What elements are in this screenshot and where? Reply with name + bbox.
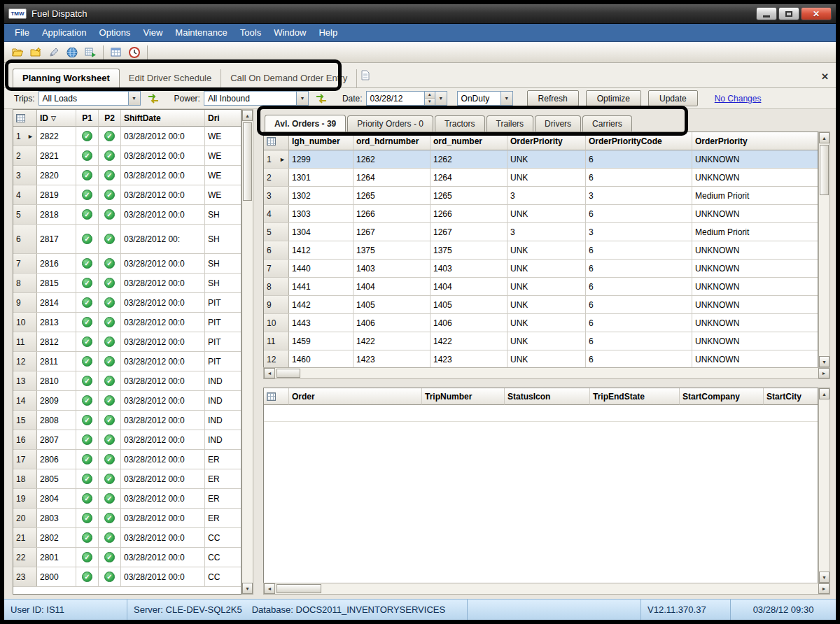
menu-item-application[interactable]: Application: [36, 24, 93, 42]
shift-grid-row[interactable]: 15280803/28/2012 00:0IND: [13, 411, 241, 430]
scroll-up-button[interactable]: ▲: [819, 388, 830, 399]
column-header-orderprioritycode[interactable]: OrderPriorityCode: [586, 132, 692, 150]
scroll-up-button[interactable]: ▲: [242, 110, 253, 121]
select-all-cell[interactable]: [13, 110, 37, 127]
minimize-button[interactable]: [756, 7, 777, 20]
scroll-right-button[interactable]: ►: [818, 368, 830, 378]
web-button[interactable]: [63, 44, 81, 61]
row-number-cell[interactable]: 20: [13, 509, 37, 527]
order-row[interactable]: 12146014231423UNK6UNKNOWN: [264, 350, 818, 367]
row-number-cell[interactable]: 19: [13, 489, 37, 508]
shift-grid-row[interactable]: 6281703/28/2012 00:SH: [13, 225, 241, 254]
scroll-right-button[interactable]: ►: [818, 583, 830, 594]
row-number-cell[interactable]: 11: [13, 332, 37, 351]
shift-grid-row[interactable]: 12281103/28/2012 00:0PIT: [13, 352, 241, 371]
order-row[interactable]: 7144014031403UNK6UNKNOWN: [264, 260, 818, 278]
scroll-track[interactable]: [242, 121, 253, 583]
date-dropdown-button[interactable]: ▼: [435, 92, 447, 105]
scroll-track[interactable]: [275, 368, 818, 378]
scroll-left-button[interactable]: ◄: [264, 368, 275, 378]
column-header-p2[interactable]: P2: [99, 110, 121, 127]
export-columns-button[interactable]: [81, 44, 99, 61]
menu-item-options[interactable]: Options: [93, 24, 137, 42]
dropdown-arrow-icon[interactable]: ▼: [500, 92, 512, 105]
optimize-button[interactable]: Optimize: [586, 90, 641, 106]
scroll-thumb[interactable]: [276, 584, 321, 593]
edit-button[interactable]: [45, 44, 63, 61]
row-number-cell[interactable]: 9: [13, 293, 37, 312]
close-view-button[interactable]: ✕: [821, 71, 829, 82]
tab-trailers[interactable]: Trailers: [486, 115, 534, 132]
spin-down-button[interactable]: ▼: [425, 99, 435, 105]
order-row[interactable]: 6141213751375UNK6UNKNOWN: [264, 241, 818, 260]
shift-grid-row[interactable]: 11281203/28/2012 00:0PIT: [13, 332, 241, 352]
update-button[interactable]: Update: [648, 90, 698, 106]
row-number-cell[interactable]: 9: [264, 296, 289, 313]
orders-grid-scrollbar[interactable]: ▲ ▼: [818, 132, 830, 368]
shift-grid-row[interactable]: 5281803/28/2012 00:0SH: [13, 205, 241, 225]
shift-grid-row[interactable]: 21280203/28/2012 00:0CC: [13, 528, 241, 548]
shift-grid-scrollbar[interactable]: ▲ ▼: [241, 109, 253, 595]
trips-grid-hscrollbar[interactable]: ◄ ►: [263, 583, 830, 595]
doc-tab-planning-worksheet[interactable]: Planning Worksheet: [13, 69, 120, 87]
row-number-cell[interactable]: 2: [264, 169, 289, 186]
row-number-cell[interactable]: 2: [13, 146, 37, 165]
tab-tractors[interactable]: Tractors: [435, 115, 485, 132]
shift-grid-row[interactable]: 23280003/28/2012 00:0CC: [13, 567, 241, 587]
column-header-shiftdate[interactable]: ShiftDate: [121, 110, 205, 127]
tab-list-button[interactable]: [361, 70, 370, 83]
select-all-cell[interactable]: [264, 132, 289, 150]
column-header-orderpriority[interactable]: OrderPriority: [692, 132, 818, 150]
tab-avl-orders-39[interactable]: Avl. Orders - 39: [265, 115, 346, 132]
scroll-down-button[interactable]: ▼: [242, 583, 253, 594]
shift-grid-row[interactable]: 13281003/28/2012 00:0IND: [13, 371, 241, 391]
scroll-thumb[interactable]: [820, 145, 829, 195]
scroll-track[interactable]: [819, 143, 830, 356]
order-row[interactable]: 4130312661266UNK6UNKNOWN: [264, 205, 818, 223]
scroll-thumb[interactable]: [276, 369, 300, 378]
row-number-cell[interactable]: 12: [264, 350, 289, 367]
row-number-cell[interactable]: 10: [13, 313, 37, 332]
row-number-cell[interactable]: 13: [13, 371, 37, 390]
row-number-cell[interactable]: 10: [264, 314, 289, 332]
order-row[interactable]: 11145914221422UNK6UNKNOWN: [264, 332, 818, 350]
shift-grid-row[interactable]: 1►282203/28/2012 00:0WE: [13, 127, 241, 146]
menu-item-help[interactable]: Help: [312, 24, 344, 42]
shift-grid-row[interactable]: 10281303/28/2012 00:0PIT: [13, 313, 241, 332]
tab-priority-orders-0[interactable]: Priority Orders - 0: [347, 115, 433, 132]
row-number-cell[interactable]: 7: [264, 260, 289, 277]
dropdown-arrow-icon[interactable]: ▼: [128, 92, 140, 105]
scroll-down-button[interactable]: ▼: [819, 356, 830, 367]
menu-item-view[interactable]: View: [136, 24, 169, 42]
tab-carriers[interactable]: Carriers: [582, 115, 632, 132]
close-button[interactable]: ✕: [801, 7, 832, 20]
row-number-cell[interactable]: 7: [13, 254, 37, 273]
order-row[interactable]: 313021265126533Medium Priorit: [264, 187, 818, 205]
trips-select[interactable]: All Loads ▼: [38, 91, 141, 106]
power-select[interactable]: All Inbound ▼: [204, 91, 309, 106]
duty-select[interactable]: OnDuty ▼: [457, 91, 513, 106]
shift-grid-row[interactable]: 7281603/28/2012 00:0SH: [13, 254, 241, 274]
shift-grid-row[interactable]: 19280403/28/2012 00:0ER: [13, 489, 241, 509]
row-number-cell[interactable]: 3: [13, 166, 37, 185]
column-header-p1[interactable]: P1: [76, 110, 99, 127]
open-button[interactable]: [8, 44, 27, 61]
grid-view-button[interactable]: [107, 44, 125, 61]
dropdown-arrow-icon[interactable]: ▼: [296, 92, 308, 105]
row-number-cell[interactable]: 4: [264, 205, 289, 222]
row-number-cell[interactable]: 12: [13, 352, 37, 371]
column-header-startcity[interactable]: StartCity: [764, 388, 818, 405]
row-number-cell[interactable]: 1►: [264, 150, 289, 168]
order-row[interactable]: 9144214051405UNK6UNKNOWN: [264, 296, 818, 314]
date-field[interactable]: 03/28/12 ▲ ▼ ▼: [366, 91, 447, 106]
row-number-cell[interactable]: 23: [13, 567, 37, 586]
tab-drivers[interactable]: Drivers: [535, 115, 581, 132]
column-header-orderpriority[interactable]: OrderPriority: [507, 132, 586, 150]
shift-grid-row[interactable]: 14280903/28/2012 00:0IND: [13, 391, 241, 411]
scroll-thumb[interactable]: [243, 122, 252, 201]
row-number-cell[interactable]: 17: [13, 450, 37, 469]
trips-filter-button[interactable]: [145, 91, 162, 106]
column-header-lgh-number[interactable]: lgh_number: [289, 132, 354, 150]
column-header-driver[interactable]: Dri: [205, 110, 241, 127]
column-header-statusicon[interactable]: StatusIcon: [505, 388, 590, 405]
